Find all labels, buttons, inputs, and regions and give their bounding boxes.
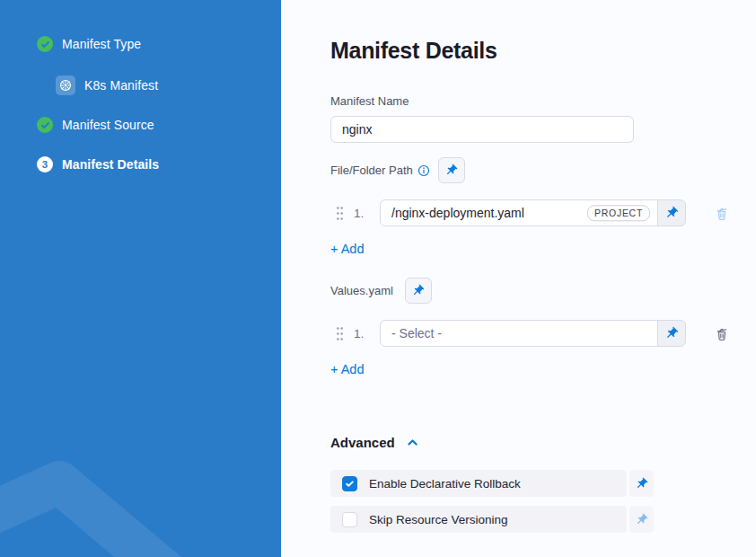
row-number: 1. [354,207,371,220]
wizard-sidebar: Manifest Type K8s Manifest Manifest Sour… [0,0,281,557]
scope-badge: PROJECT [587,205,650,221]
sidebar-step-manifest-source[interactable]: Manifest Source [37,115,281,135]
declarative-rollback-pin-button[interactable] [629,470,654,497]
values-file-row: 1. [330,320,756,347]
file-path-input-group: PROJECT [380,199,686,226]
file-folder-path-label: File/Folder Path [330,164,413,177]
manifest-wizard: Manifest Type K8s Manifest Manifest Sour… [0,0,756,557]
values-yaml-label: Values.yaml [330,284,393,297]
file-folder-path-label-row: File/Folder Path [330,157,756,183]
values-file-select[interactable] [380,320,658,347]
advanced-section-toggle[interactable]: Advanced [330,435,756,450]
sidebar-step-manifest-details[interactable]: 3 Manifest Details [37,155,281,174]
values-yaml-label-row: Values.yaml [330,278,756,304]
add-values-file-link[interactable]: + Add [330,362,365,376]
chevron-up-icon [406,436,419,449]
manifest-name-label: Manifest Name [330,94,409,108]
skip-versioning-checkbox[interactable] [342,512,357,527]
step-complete-icon [37,36,53,52]
step-number-badge: 3 [37,156,53,172]
add-file-path-link[interactable]: + Add [330,242,365,256]
step-label: K8s Manifest [84,78,158,93]
sidebar-substep-k8s-manifest[interactable]: K8s Manifest [56,75,281,95]
declarative-rollback-checkbox[interactable] [342,476,357,491]
step-label: Manifest Details [62,157,159,172]
values-file-input-group [380,320,686,347]
file-path-pin-button[interactable] [657,199,686,226]
sidebar-step-manifest-type[interactable]: Manifest Type [37,34,281,54]
option-label: Skip Resource Versioning [369,513,508,526]
declarative-rollback-toggle[interactable]: Enable Declarative Rollback [330,470,627,497]
row-number: 1. [354,327,371,340]
skip-versioning-toggle[interactable]: Skip Resource Versioning [330,506,627,533]
wizard-steps: Manifest Type K8s Manifest Manifest Sour… [0,0,281,174]
drag-handle-icon[interactable] [336,206,344,221]
step-label: Manifest Type [62,37,141,51]
manifest-name-input[interactable] [330,116,634,143]
kubernetes-icon [56,75,75,95]
values-file-pin-button[interactable] [657,320,686,347]
advanced-label: Advanced [330,435,395,450]
option-row-skip-versioning: Skip Resource Versioning [330,506,654,533]
step-label: Manifest Source [62,118,154,132]
manifest-details-panel: Manifest Details Manifest Name File/Fold… [281,0,756,557]
option-row-declarative-rollback: Enable Declarative Rollback [330,470,654,497]
values-yaml-pin-button[interactable] [405,278,432,304]
file-path-row: 1. PROJECT [330,199,756,226]
delete-file-path-button[interactable] [714,205,730,222]
drag-handle-icon[interactable] [336,326,344,341]
step-complete-icon [37,117,53,133]
skip-versioning-pin-button[interactable] [629,506,654,533]
info-icon[interactable] [418,164,430,177]
delete-values-file-button[interactable] [714,325,730,342]
option-label: Enable Declarative Rollback [369,477,521,491]
page-title: Manifest Details [330,38,756,64]
file-folder-path-pin-button[interactable] [438,157,465,183]
